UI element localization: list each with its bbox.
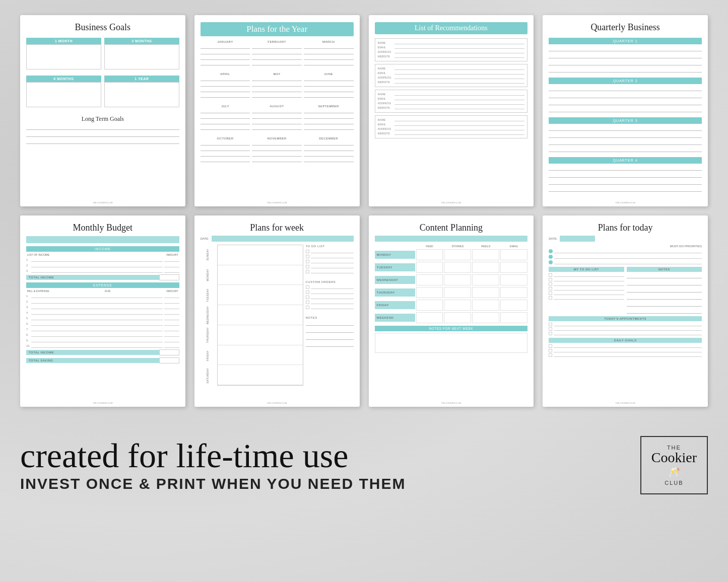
month-oct-label: OCTOBER xyxy=(201,137,250,140)
day-monday: MONDAY xyxy=(201,265,215,285)
expense-section: EXPENSE BILL & EXPENSE DUE AMOUNT 1. 2. … xyxy=(26,282,179,348)
goal-6months: 6 MONTHS xyxy=(26,76,101,107)
expense-row-10: 10. xyxy=(26,344,179,348)
rec-title: List of Recommendations xyxy=(375,22,528,34)
notes-section: NOTES xyxy=(306,316,354,347)
year-q2: APRIL MAY JUNE xyxy=(201,72,354,98)
content-friday: FRIDAY xyxy=(375,300,528,311)
today-goals-header: DAILY GOALS xyxy=(549,338,702,343)
month-apr-lines xyxy=(201,77,250,98)
today-bottom-grid: MY TO DO LIST NOTES xyxy=(549,267,702,314)
total-income-label: TOTAL INCOME xyxy=(26,275,159,280)
expense-row-2: 2. xyxy=(26,300,179,304)
q4-section: QUARTER 4 xyxy=(549,157,702,192)
rec-entry-2: NAME EMAIL ADDRESS WEBSITE xyxy=(375,64,528,87)
year-q3-grid: JULY AUGUST SEPTEMBER xyxy=(201,105,354,130)
year-q2-grid: APRIL MAY JUNE xyxy=(201,72,354,98)
q1-section: QUARTER 1 xyxy=(549,38,702,72)
rolling-pin-icon: 🥂 xyxy=(651,466,697,478)
content-planning-card: Content Planning FEED STORIES REELS EMAI… xyxy=(369,215,534,407)
today-title: Plans for today xyxy=(549,223,702,233)
budget-title: Monthly Budget xyxy=(26,223,179,233)
content-notes-label: NOTES FOR NEXT WEEK xyxy=(375,326,528,331)
priority-3 xyxy=(549,260,702,264)
plans-today-card: Plans for today DATE: MUST-DO PRIORITIES xyxy=(543,215,708,407)
long-term-label: Long Term Goals xyxy=(26,115,179,123)
watermark-6: THE-COOKIER-CLUB xyxy=(194,402,360,404)
content-notes-area xyxy=(375,333,528,353)
bottom-grid: Monthly Budget INCOME LIST OF INCOME AMO… xyxy=(20,215,708,407)
logo-brand: Cookier xyxy=(651,451,697,465)
watermark-7: THE-COOKIER-CLUB xyxy=(369,402,534,404)
expense-row-7: 7. xyxy=(26,327,179,331)
long-term-lines xyxy=(26,125,179,144)
month-nov-label: NOVEMBER xyxy=(252,137,302,140)
today-appt-section: TODAY'S APPOINTMENTS xyxy=(549,316,702,335)
today-notes-header: NOTES xyxy=(627,267,702,272)
priority-dot-3 xyxy=(549,260,553,264)
total-expense-label: TOTAL INCOME xyxy=(26,350,159,355)
year-q1: JANUARY FEBRUARY MARCH xyxy=(201,40,354,65)
monthly-budget-card: Monthly Budget INCOME LIST OF INCOME AMO… xyxy=(20,215,185,407)
q2-section: QUARTER 2 xyxy=(549,78,702,112)
month-jun: JUNE xyxy=(304,72,354,98)
expense-row-1: 1. xyxy=(26,294,179,298)
week-date-bar xyxy=(212,236,354,242)
expense-row-4: 4. xyxy=(26,311,179,315)
expense-rows: 1. 2. 3. 4. 5. 6. 7. 8. 9. 10. xyxy=(26,294,179,348)
priority-2 xyxy=(549,255,702,259)
month-jun-label: JUNE xyxy=(304,72,354,76)
month-jan: JANUARY xyxy=(201,40,250,65)
month-aug: AUGUST xyxy=(252,105,302,130)
q4-label: QUARTER 4 xyxy=(549,157,702,164)
line-2 xyxy=(26,132,179,137)
month-mar: MARCH xyxy=(304,40,354,65)
income-row-1: 1. xyxy=(26,258,179,262)
q2-label: QUARTER 2 xyxy=(549,78,702,84)
today-date-label: DATE: xyxy=(549,237,557,240)
income-col-headers: LIST OF INCOME AMOUNT xyxy=(26,253,179,256)
week-days-col: SUNDAY MONDAY TUESDAY WEDNESDAY THURSDAY xyxy=(201,245,215,386)
recommendations-card: List of Recommendations NAME EMAIL ADDRE… xyxy=(369,15,534,206)
notes-lines xyxy=(306,321,354,347)
month-aug-label: AUGUST xyxy=(252,105,302,108)
watermark-8: THE-COOKIER-CLUB xyxy=(543,402,708,404)
goal-3months-box xyxy=(104,44,179,69)
month-jul: JULY xyxy=(201,105,250,130)
month-jan-lines xyxy=(201,45,250,65)
rec-address-1: ADDRESS xyxy=(378,50,525,53)
month-jan-label: JANUARY xyxy=(201,40,250,43)
rec-website-1: WEBSITE xyxy=(378,54,525,58)
year-quarters: JANUARY FEBRUARY MARCH xyxy=(201,40,354,165)
week-date-row: DATE: xyxy=(201,236,354,242)
year-q3: JULY AUGUST SEPTEMBER xyxy=(201,105,354,130)
month-may-lines xyxy=(252,77,302,98)
goal-1month-label: 1 MONTH xyxy=(26,38,101,44)
goal-3months-label: 3 MONTHS xyxy=(104,38,179,44)
month-may: MAY xyxy=(252,72,302,98)
priority-rows xyxy=(549,249,702,264)
rec-entry-3: NAME EMAIL ADDRESS WEBSITE xyxy=(375,90,528,113)
month-jun-lines xyxy=(304,77,354,98)
day-friday: FRIDAY xyxy=(201,345,215,366)
priority-1 xyxy=(549,249,702,253)
q3-lines xyxy=(549,126,702,152)
month-mar-label: MARCH xyxy=(304,40,354,43)
line-3 xyxy=(26,139,179,144)
priority-dot-2 xyxy=(549,255,553,259)
day-saturday: SATURDAY xyxy=(201,366,215,386)
expense-label: EXPENSE xyxy=(26,282,179,288)
watermark-1: THE-COOKIER-CLUB xyxy=(20,201,185,204)
plans-year-card: Plans for the Year JANUARY FEBRUARY xyxy=(194,15,360,206)
month-feb: FEBRUARY xyxy=(252,40,302,65)
goal-1year-label: 1 YEAR xyxy=(104,76,179,82)
expense-row-9: 9. xyxy=(26,338,179,342)
goal-1year: 1 YEAR xyxy=(104,76,179,107)
expense-row-3: 3. xyxy=(26,305,179,309)
income-rows: 1. 2. 3. xyxy=(26,258,179,273)
expense-row-8: 8. xyxy=(26,333,179,337)
month-sep-label: SEPTEMBER xyxy=(304,105,354,108)
top-grid: Business Goals 1 MONTH 3 MONTHS 6 MONTHS… xyxy=(20,15,708,206)
content-title: Content Planning xyxy=(375,223,528,233)
quarterly-card: Quarterly Business QUARTER 1 QUARTER 2 Q… xyxy=(543,15,708,206)
